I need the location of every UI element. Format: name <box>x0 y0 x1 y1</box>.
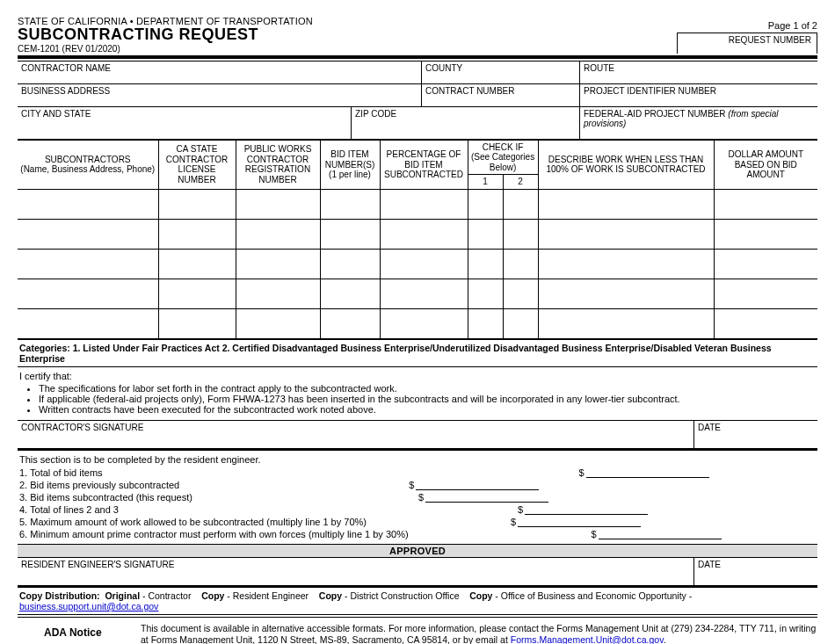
line-4-total23: 4. Total of lines 2 and 3 $ <box>18 503 817 516</box>
resident-date-field[interactable]: DATE <box>694 558 817 585</box>
city-state-field[interactable]: CITY AND STATE <box>18 107 352 140</box>
cert-bullet-2: If applicable (federal-aid projects only… <box>39 394 816 404</box>
cert-intro: I certify that: <box>19 371 72 381</box>
contractor-name-field[interactable]: CONTRACTOR NAME <box>18 62 422 84</box>
line-1-amount[interactable] <box>586 467 709 478</box>
form-header: STATE OF CALIFORNIA • DEPARTMENT OF TRAN… <box>18 16 817 54</box>
business-support-email[interactable]: business.support.unit@dot.ca.gov <box>19 601 158 611</box>
table-row[interactable] <box>18 189 817 219</box>
line-6-amount[interactable] <box>599 529 722 539</box>
ada-title: ADA Notice <box>18 623 141 644</box>
line-2-prev-sub: 2. Bid items previously subcontracted $ <box>18 479 817 491</box>
col-biditem: BID ITEM NUMBER(S) (1 per line) <box>320 140 380 189</box>
table-row[interactable] <box>18 308 817 338</box>
col-describe: DESCRIBE WORK WHEN LESS THAN 100% OF WOR… <box>538 140 714 189</box>
line-6-min: 6. Minimum amount prime contractor must … <box>18 528 817 540</box>
header-rule <box>18 55 817 62</box>
col-pwcr: PUBLIC WORKS CONTRACTOR REGISTRATION NUM… <box>236 140 320 189</box>
line-1-total-bid: 1. Total of bid items $ <box>18 467 817 479</box>
line-3-amount[interactable] <box>425 492 548 503</box>
col-check-2: 2 <box>503 175 538 190</box>
contractor-signature-row: CONTRACTOR'S SIGNATURE DATE <box>18 420 817 451</box>
contract-number-field[interactable]: CONTRACT NUMBER <box>422 84 580 107</box>
contractor-date-field[interactable]: DATE <box>694 421 817 448</box>
form-number: CEM-1201 (REV 01/2020) <box>18 44 313 54</box>
field-row-1: CONTRACTOR NAME COUNTY ROUTE <box>18 62 817 84</box>
form-title: SUBCONTRACTING REQUEST <box>18 26 313 43</box>
copy-distribution: Copy Distribution: Original - Contractor… <box>18 586 817 618</box>
certification-block: I certify that: The specifications for l… <box>18 367 817 420</box>
county-field[interactable]: COUNTY <box>422 62 580 84</box>
line-5-max: 5. Maximum amount of work allowed to be … <box>18 516 817 528</box>
zip-field[interactable]: ZIP CODE <box>352 107 580 140</box>
line-4-amount[interactable] <box>525 504 648 515</box>
business-address-field[interactable]: BUSINESS ADDRESS <box>18 84 422 107</box>
line-2-amount[interactable] <box>416 480 539 490</box>
ada-body: This document is available in alternativ… <box>141 623 816 644</box>
federal-aid-label: FEDERAL-AID PROJECT NUMBER <box>584 109 726 119</box>
project-identifier-field[interactable]: PROJECT IDENTIFIER NUMBER <box>580 84 817 107</box>
col-amount: DOLLAR AMOUNT BASED ON BID AMOUNT <box>714 140 817 189</box>
resident-signature-field[interactable]: RESIDENT ENGINEER'S SIGNATURE <box>18 558 694 585</box>
col-license: CA STATE CONTRACTOR LICENSE NUMBER <box>158 140 236 189</box>
ada-notice: ADA Notice This document is available in… <box>18 618 817 644</box>
line-5-amount[interactable] <box>518 517 641 527</box>
route-field[interactable]: ROUTE <box>580 62 817 84</box>
line-3-this-sub: 3. Bid items subcontracted (this request… <box>18 491 817 503</box>
request-number-box[interactable]: REQUEST NUMBER <box>677 33 817 54</box>
forms-mgmt-email[interactable]: Forms.Management.Unit@dot.ca.gov <box>511 634 664 644</box>
federal-aid-field[interactable]: FEDERAL-AID PROJECT NUMBER (from special… <box>580 107 817 140</box>
cert-bullet-3: Written contracts have been executed for… <box>39 404 816 415</box>
approved-bar: APPROVED <box>18 544 817 558</box>
subcontractor-grid: SUBCONTRACTORS (Name, Business Address, … <box>18 140 817 339</box>
col-percentage: PERCENTAGE OF BID ITEM SUBCONTRACTED <box>380 140 468 189</box>
table-row[interactable] <box>18 249 817 279</box>
resident-signature-row: RESIDENT ENGINEER'S SIGNATURE DATE <box>18 558 817 586</box>
cert-bullet-1: The specifications for labor set forth i… <box>39 383 816 394</box>
contractor-signature-field[interactable]: CONTRACTOR'S SIGNATURE <box>18 421 694 448</box>
field-row-2: BUSINESS ADDRESS CONTRACT NUMBER PROJECT… <box>18 84 817 107</box>
categories-note: Categories: 1. Listed Under Fair Practic… <box>18 339 817 367</box>
col-subcontractors: SUBCONTRACTORS (Name, Business Address, … <box>18 140 158 189</box>
table-row[interactable] <box>18 219 817 249</box>
col-check-1: 1 <box>468 175 503 190</box>
field-row-3: CITY AND STATE ZIP CODE FEDERAL-AID PROJ… <box>18 107 817 140</box>
resident-engineer-intro: This section is to be completed by the r… <box>18 451 817 467</box>
table-row[interactable] <box>18 279 817 308</box>
page-number: Page 1 of 2 <box>677 20 817 31</box>
col-checkif: CHECK IF (See Categories Below) <box>468 140 538 175</box>
